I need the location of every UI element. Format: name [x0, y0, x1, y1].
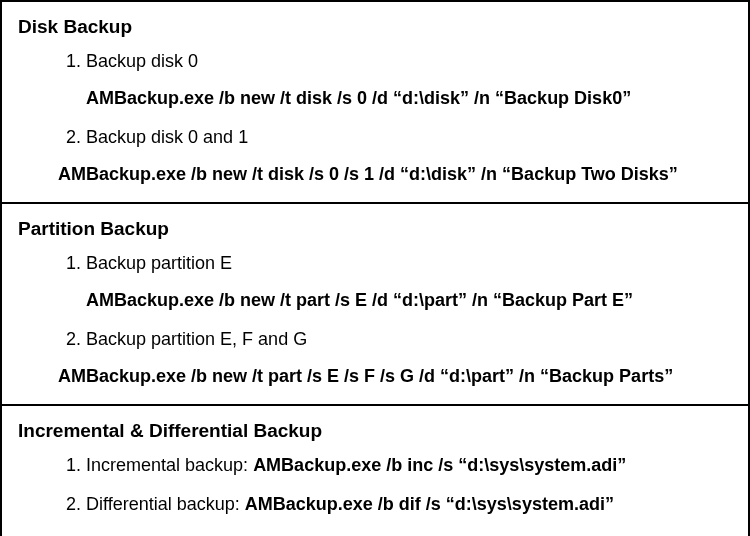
item-number: 2.: [66, 494, 81, 514]
list-item: 1. Incremental backup: AMBackup.exe /b i…: [66, 452, 732, 479]
command-text: AMBackup.exe /b new /t disk /s 0 /s 1 /d…: [58, 161, 732, 188]
item-number: 1.: [66, 253, 81, 273]
section-title: Incremental & Differential Backup: [18, 420, 732, 442]
list-item: 2. Backup disk 0 and 1 AMBackup.exe /b n…: [66, 124, 732, 188]
item-label: Backup partition E, F and G: [86, 329, 307, 349]
command-text: AMBackup.exe /b dif /s “d:\sys\system.ad…: [245, 494, 614, 514]
item-number: 1.: [66, 51, 81, 71]
item-label: Differential backup:: [86, 494, 245, 514]
item-label: Backup disk 0: [86, 51, 198, 71]
section-title: Partition Backup: [18, 218, 732, 240]
command-text: AMBackup.exe /b new /t disk /s 0 /d “d:\…: [86, 85, 732, 112]
item-label: Backup partition E: [86, 253, 232, 273]
item-number: 2.: [66, 127, 81, 147]
command-text: AMBackup.exe /b new /t part /s E /d “d:\…: [86, 287, 732, 314]
command-text: AMBackup.exe /b inc /s “d:\sys\system.ad…: [253, 455, 626, 475]
item-number: 2.: [66, 329, 81, 349]
incremental-differential-section: Incremental & Differential Backup 1. Inc…: [2, 406, 748, 536]
item-number: 1.: [66, 455, 81, 475]
list-item: 2. Differential backup: AMBackup.exe /b …: [66, 491, 732, 518]
disk-backup-section: Disk Backup 1. Backup disk 0 AMBackup.ex…: [2, 2, 748, 204]
command-text: AMBackup.exe /b new /t part /s E /s F /s…: [58, 363, 732, 390]
list-item: 3. Incremental backup with password:: [66, 530, 732, 536]
list-item: 2. Backup partition E, F and G AMBackup.…: [66, 326, 732, 390]
list-item: 1. Backup disk 0 AMBackup.exe /b new /t …: [66, 48, 732, 112]
item-label: Incremental backup:: [86, 455, 253, 475]
section-title: Disk Backup: [18, 16, 732, 38]
list-item: 1. Backup partition E AMBackup.exe /b ne…: [66, 250, 732, 314]
document-container: Disk Backup 1. Backup disk 0 AMBackup.ex…: [0, 0, 750, 536]
item-label: Backup disk 0 and 1: [86, 127, 248, 147]
partition-backup-section: Partition Backup 1. Backup partition E A…: [2, 204, 748, 406]
